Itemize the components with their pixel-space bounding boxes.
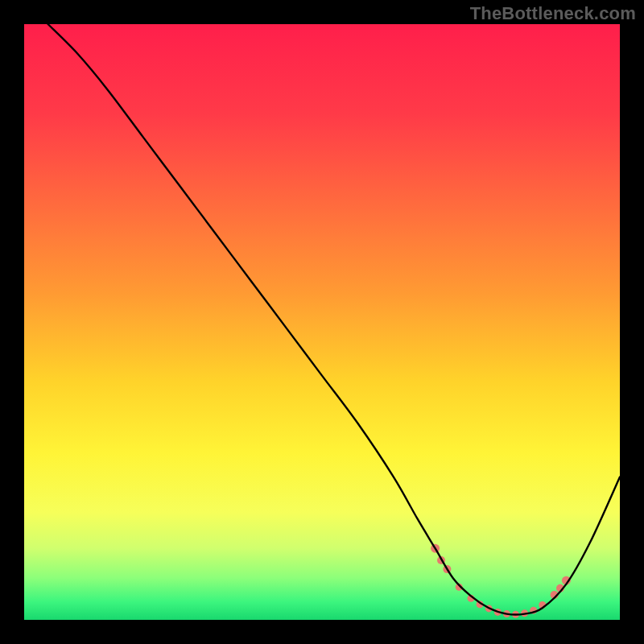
chart-svg — [24, 24, 620, 620]
watermark-text: TheBottleneck.com — [470, 3, 636, 24]
bottleneck-curve — [48, 24, 620, 615]
chart-frame: TheBottleneck.com — [0, 0, 644, 644]
marker-group — [431, 544, 571, 618]
